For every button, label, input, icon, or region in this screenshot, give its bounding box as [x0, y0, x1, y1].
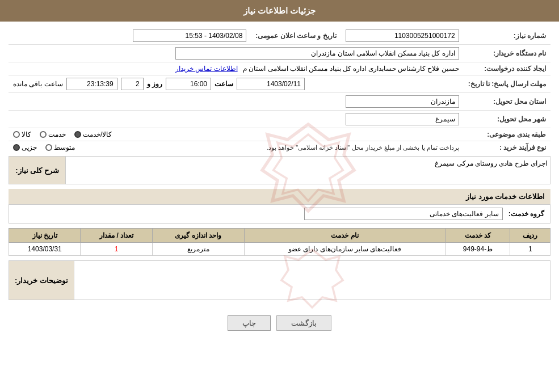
table-header-count: تعداد / مقدار: [81, 229, 152, 243]
table-header-unit: واحد اندازه گیری: [152, 229, 244, 243]
radio-kala-khedmat[interactable]: کالا/خدمت: [74, 130, 112, 138]
radio-kala-khedmat-label: کالا/خدمت: [83, 130, 112, 138]
radio-jozei-circle: [13, 144, 20, 151]
row-count: 1: [81, 243, 152, 256]
reply-days-label: روز و: [147, 80, 162, 88]
category-label: طبقه بندی موضوعی:: [464, 128, 550, 141]
row-date: 1403/03/31: [9, 243, 81, 256]
services-section-header: اطلاعات خدمات مورد نیاز: [9, 189, 550, 205]
city-value: سیمرغ: [346, 113, 459, 125]
row-number: 1: [510, 243, 550, 256]
table-row: 1 ط-94-949 فعالیت‌های سایر سازمان‌های دا…: [9, 243, 550, 256]
radio-jozei-label: جزیی: [22, 144, 37, 151]
row-name: فعالیت‌های سایر سازمان‌های دارای عضو: [244, 243, 445, 256]
radio-jozei[interactable]: جزیی: [13, 144, 37, 151]
buyer-notes-label: توضیحات خریدار:: [15, 276, 68, 285]
province-label: استان محل تحویل:: [464, 93, 550, 111]
table-header-name: نام خدمت: [244, 229, 445, 243]
creator-label: ایجاد کننده درخواست:: [464, 62, 550, 75]
table-header-row: ردیف: [510, 229, 550, 243]
radio-kala[interactable]: کالا: [13, 130, 31, 138]
radio-mottavaset[interactable]: متوسط: [45, 144, 75, 151]
reply-days-value: 2: [121, 78, 144, 90]
reply-date-value: 1403/02/11: [237, 78, 305, 90]
radio-kala-circle: [13, 131, 20, 138]
creator-contact-link[interactable]: اطلاعات تماس خریدار: [175, 65, 238, 73]
service-group-value: سایر فعالیت‌های خدماتی: [304, 208, 503, 220]
reply-deadline-label: مهلت ارسال پاسخ: تا تاریخ:: [464, 75, 550, 93]
radio-khedmat-label: خدمت: [48, 130, 66, 138]
creator-value: حسین فلاح کارشناس حسابداری اداره کل بنیا…: [243, 65, 459, 73]
need-number-label: شماره نیاز:: [464, 27, 550, 45]
row-code: ط-94-949: [445, 243, 510, 256]
announce-date-value: 1403/02/08 - 15:53: [133, 29, 246, 42]
reply-time-label: ساعت: [215, 80, 233, 88]
purchase-note: پرداخت تمام یا بخشی از مبلغ خریداز محل "…: [81, 144, 459, 151]
purchase-type-label: نوع فرآیند خرید :: [464, 141, 550, 154]
reply-remaining-label: ساعت باقی مانده: [13, 80, 63, 88]
radio-mottavaset-label: متوسط: [54, 144, 75, 151]
row-unit: مترمربع: [152, 243, 244, 256]
service-group-label: گروه خدمت:: [508, 210, 544, 218]
announce-date-label: تاریخ و ساعت اعلان عمومی:: [251, 27, 341, 45]
print-button[interactable]: چاپ: [228, 315, 271, 331]
table-header-date: تاریخ نیاز: [9, 229, 81, 243]
buyer-org-value: اداره کل بنیاد مسکن انقلاب اسلامی استان …: [175, 47, 459, 60]
need-number-value: 1103005251000172: [346, 29, 459, 42]
city-label: شهر محل تحویل:: [464, 111, 550, 128]
table-header-code: کد خدمت: [445, 229, 510, 243]
radio-mottavaset-circle: [45, 144, 52, 151]
province-value: مازندران: [346, 95, 459, 108]
back-button[interactable]: بازگشت: [276, 315, 331, 331]
radio-khedmat-circle: [40, 131, 47, 138]
radio-kala-label: کالا: [22, 130, 31, 138]
description-section-label: شرح کلی نیاز:: [15, 166, 59, 175]
page-title: جزئیات اطلاعات نیاز: [0, 0, 559, 22]
button-group: بازگشت چاپ: [9, 307, 550, 339]
reply-time-value: 16:00: [166, 78, 211, 90]
buyer-org-label: نام دستگاه خریدار:: [464, 45, 550, 62]
radio-kala-khedmat-circle: [74, 131, 81, 138]
description-value: اجرای طرح هادی روستای مرکی سیمرغ: [435, 159, 547, 167]
reply-remaining-value: 23:13:39: [66, 78, 117, 90]
radio-khedmat[interactable]: خدمت: [40, 130, 66, 138]
